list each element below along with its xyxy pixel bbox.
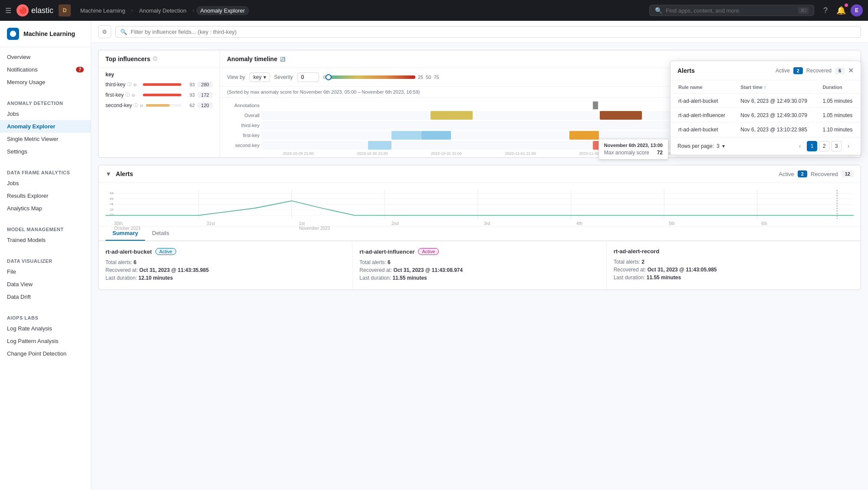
sidebar-item-log-rate[interactable]: Log Rate Analysis [0,322,91,335]
influencer-item-first-key: first-key ⓘ ⊖ 93 172 [99,90,220,100]
pagination-page-1[interactable]: 1 [807,141,817,151]
sidebar-item-data-view[interactable]: Data View [0,278,91,291]
rows-per-page: Rows per page: 3 ▾ [677,143,725,149]
influencer-info-3[interactable]: ⓘ [125,92,130,98]
severity-input[interactable] [297,72,319,82]
sidebar-item-file[interactable]: File [0,265,91,278]
sidebar-item-log-pattern[interactable]: Log Pattern Analysis [0,335,91,347]
tooltip-title: November 6th 2023, 13:00 [604,143,663,148]
rows-per-page-chevron[interactable]: ▾ [722,143,725,149]
sidebar-section-main: Overview Notifications 7 Memory Usage [0,47,91,92]
svg-point-0 [10,31,16,37]
alerts-table-footer: Rows per page: 3 ▾ ‹ 1 2 3 › [671,137,861,155]
pagination-prev[interactable]: ‹ [795,141,805,151]
elastic-logo: 🔴 elastic [16,4,53,16]
breadcrumb-anomaly-detection[interactable]: Anomaly Detection [135,6,191,15]
overall-label: Overall [227,113,260,118]
influencer-info-1[interactable]: ⓘ [127,82,132,88]
sidebar-section-dataframe: Data Frame Analytics Jobs Results Explor… [0,161,91,218]
row-1-duration: 1.05 minutes [815,95,860,108]
sidebar-item-memory-usage[interactable]: Memory Usage [0,76,91,88]
breadcrumb-sep-2: › [193,7,194,13]
breadcrumb-machine-learning[interactable]: Machine Learning [76,6,129,15]
influencer-bar-2 [143,94,181,96]
bucket-duration: Last duration: 12.10 minutes [105,275,345,281]
severity-25: 25 [418,75,423,80]
influencer-info-5[interactable]: ⓘ [134,102,138,108]
alerts-active-badge: 2 [798,170,807,177]
sidebar-item-jobs-anomaly[interactable]: Jobs [0,108,91,120]
cell-empty-1 [261,111,430,120]
influencer-search-input[interactable] [131,29,856,35]
first-key-label: first-key [227,133,260,138]
model-section-title: Model Management [0,222,91,234]
hamburger-icon[interactable]: ☰ [5,7,11,15]
alerts-popup-title: Alerts [677,67,695,74]
notifications-icon[interactable]: 🔔 [835,4,847,16]
col-rule-name: Rule name [671,81,733,94]
sidebar-item-analytics-map[interactable]: Analytics Map [0,202,91,215]
sort-icon[interactable]: ↑ [764,85,766,90]
timeline-title: Anomaly timeline 🔄 [227,56,285,62]
annotations-label: Annotations [227,103,260,108]
sidebar-item-change-point[interactable]: Change Point Detection [0,347,91,360]
record-total: Total alerts: 2 [614,259,854,265]
global-search-bar[interactable]: 🔍 ⌘/ [649,5,814,16]
record-recovered: Recovered at: Oct 31, 2023 @ 11:43:05.98… [614,267,854,273]
influencer-label-third: third-key ⓘ ⊖ [105,82,140,88]
filter-button[interactable]: ⚙ [98,25,111,38]
collapse-alerts-button[interactable]: ▼ [105,170,112,177]
pagination-page-3[interactable]: 3 [831,141,842,151]
sidebar-item-trained-models[interactable]: Trained Models [0,234,91,246]
close-popup-button[interactable]: ✕ [848,66,854,75]
influencer-search[interactable]: 🔍 [115,26,861,38]
search-icon: 🔍 [655,7,662,14]
filter-icon: ⚙ [102,29,107,35]
search-input[interactable] [666,7,795,14]
help-icon[interactable]: ? [819,4,832,16]
nav-d-icon[interactable]: D [59,4,71,16]
influencer-total: Total alerts: 6 [359,259,599,265]
influencer-count-2: 172 [197,92,213,98]
sidebar-section-aiops: AIOps Labs Log Rate Analysis Log Pattern… [0,307,91,363]
chart-x-1st: 1stNovember 2023 [299,221,391,231]
sidebar-item-settings[interactable]: Settings [0,145,91,158]
viewby-label: View by [227,74,245,80]
influencer-info-6[interactable]: ⊖ [140,103,143,108]
popup-active-label: Active [776,68,790,74]
recovered-label: Recovered [811,171,838,177]
alerts-table-header-row: Rule name Start time ↑ Duration [671,81,860,94]
user-avatar[interactable]: E [851,4,863,16]
influencer-label-second: second-key ⓘ ⊖ [105,102,143,108]
breadcrumb-anomaly-explorer[interactable]: Anomaly Explorer [196,6,250,15]
pagination-page-2[interactable]: 2 [819,141,829,151]
influencer-item-third-key: third-key ⓘ ⊖ 93 280 [99,79,220,90]
x-label-3: 2023-11-01 21:00 [483,151,558,156]
sidebar-item-jobs-df[interactable]: Jobs [0,177,91,189]
influencer-info-2[interactable]: ⊖ [133,82,137,87]
sidebar-item-anomaly-explorer[interactable]: Anomaly Explorer [0,120,91,133]
chart-x-2nd: 2nd [391,221,484,231]
tooltip-row: Max anomaly score 72 [604,150,663,156]
row-2-rule: rt-ad-alert-influencer [671,109,733,122]
alerts-popup-badges: Active 2 Recovered 6 ✕ [776,66,854,75]
sidebar-item-results-explorer[interactable]: Results Explorer [0,189,91,202]
sidebar-item-data-drift[interactable]: Data Drift [0,291,91,303]
sidebar-item-single-metric[interactable]: Single Metric Viewer [0,133,91,145]
dataframe-section-title: Data Frame Analytics [0,165,91,177]
sidebar-item-notifications[interactable]: Notifications 7 [0,63,91,76]
alert-card-record-title: rt-ad-alert-record [614,248,854,255]
influencer-info-4[interactable]: ⊖ [132,93,135,98]
chart-x-4th: 4th [576,221,669,231]
pagination-next[interactable]: › [843,141,854,151]
viewby-select[interactable]: key ▾ [250,72,270,82]
severity-slider[interactable] [329,75,415,79]
severity-75: 75 [434,75,439,80]
timeline-info-icon[interactable]: 🔄 [280,57,285,62]
col-start-time: Start time ↑ [733,81,815,94]
influencers-info-icon[interactable]: ⓘ [153,56,157,62]
row-1-rule: rt-ad-alert-bucket [671,95,733,108]
severity-label: Severity [274,74,293,80]
sidebar-item-overview[interactable]: Overview [0,51,91,63]
search-field-icon: 🔍 [120,29,127,35]
